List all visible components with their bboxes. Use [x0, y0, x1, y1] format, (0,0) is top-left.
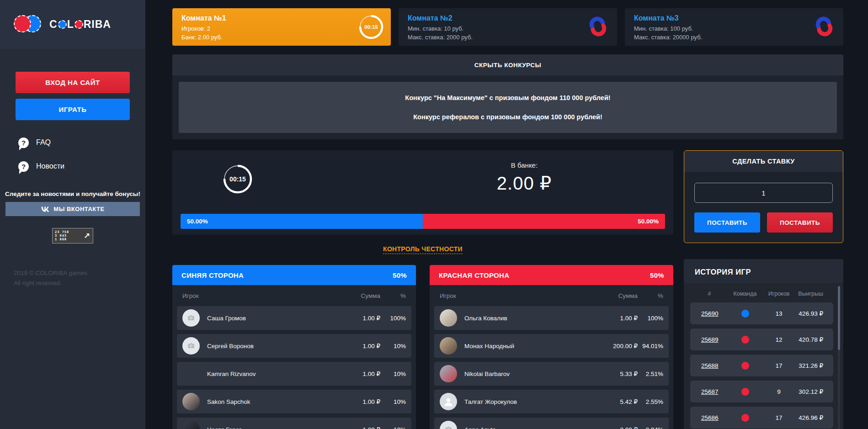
question-bubble-icon: ? — [18, 161, 29, 172]
contest-line: Конкурс "На Максимуме" с призовым фондом… — [405, 94, 610, 101]
room-card-1[interactable]: Комната №1 Игроков: 2 Банк: 2.00 руб. 00… — [172, 8, 391, 46]
room-card-2[interactable]: Комната №2 Мин. ставка: 10 руб. Макс. ст… — [399, 8, 617, 46]
player-bet-percent: 10% — [380, 343, 406, 350]
arrow-up-right-icon: ↗ — [81, 231, 93, 241]
history-win-amount: 302.12 ₽ — [796, 388, 833, 395]
history-column-header: # Команда Игроков Выигрыш — [690, 291, 833, 297]
main-content: Комната №1 Игроков: 2 Банк: 2.00 руб. 00… — [145, 0, 868, 429]
rooms-row: Комната №1 Игроков: 2 Банк: 2.00 руб. 00… — [172, 8, 843, 46]
history-win-amount: 420.78 ₽ — [796, 336, 833, 343]
history-row: 25690 13 426.93 ₽ — [690, 302, 833, 324]
history-players-count: 17 — [761, 362, 796, 369]
bank-label: В банке: — [479, 161, 570, 169]
player-name: Kamran Rizvanov — [207, 371, 341, 377]
player-name: Nikolai Barbarov — [464, 371, 598, 377]
bank-block: В банке: 2.00 ₽ — [479, 161, 570, 194]
contests-banner: Конкурс "На Максимуме" с призовым фондом… — [179, 82, 837, 133]
room-title: Комната №1 — [181, 14, 382, 22]
room-line: Макс. ставка: 2000 руб. — [408, 33, 608, 42]
players-column-header: Игрок Сумма % — [177, 285, 411, 306]
player-bet-sum: 5.33 ₽ — [598, 370, 638, 377]
player-avatar — [182, 309, 200, 327]
sidebar: C L RIBA ВХОД НА САЙТ ИГРАТЬ ? FAQ ? Нов… — [0, 0, 145, 429]
sidebar-item-news[interactable]: ? Новости — [0, 159, 145, 173]
player-bet-percent: 100% — [380, 315, 406, 322]
history-title: ИСТОРИЯ ИГР — [684, 259, 843, 283]
logo[interactable]: C L RIBA — [0, 0, 145, 49]
fairness-row: КОНТРОЛЬ ЧЕСТНОСТИ — [172, 245, 673, 253]
player-bet-sum: 5.42 ₽ — [598, 398, 638, 405]
player-avatar — [440, 365, 457, 382]
player-name: Саша Громов — [207, 315, 341, 322]
bet-amount-input[interactable] — [694, 183, 833, 203]
logo-chips-icon — [14, 15, 42, 34]
history-scrollbar[interactable] — [838, 286, 840, 429]
player-row: Настя Герег 1.00 ₽ 10% — [177, 418, 411, 429]
player-avatar — [440, 421, 457, 429]
fairness-link[interactable]: КОНТРОЛЬ ЧЕСТНОСТИ — [383, 245, 463, 254]
vk-button[interactable]: МЫ ВКОНТАКТЕ — [5, 202, 140, 216]
game-id-link[interactable]: 25689 — [701, 336, 719, 343]
hide-contests-toggle[interactable]: СКРЫТЬ КОНКУРСЫ — [172, 54, 843, 75]
player-avatar — [182, 421, 200, 429]
red-progress: 50.00% — [423, 214, 665, 229]
blue-side-percent: 50% — [393, 271, 407, 279]
history-players-count: 9 — [761, 388, 796, 395]
team-progress-bar: 50.00% 50.00% — [181, 214, 665, 229]
red-side-header: КРАСНАЯ СТОРОНА 50% — [430, 265, 673, 285]
room-card-3[interactable]: Комната №3 Мин. ставка: 100 руб. Макс. с… — [625, 8, 843, 46]
red-side-percent: 50% — [650, 271, 664, 279]
bet-blue-button[interactable]: ПОСТАВИТЬ — [694, 212, 760, 233]
room-line: Игроков: 2 — [181, 25, 382, 33]
history-scrollbar-thumb[interactable] — [838, 286, 840, 350]
game-history-panel: ИСТОРИЯ ИГР # Команда Игроков Выигрыш 25… — [684, 259, 843, 429]
player-bet-percent: 94.01% — [638, 343, 663, 350]
player-row: Сергей Воронов 1.00 ₽ 10% — [177, 334, 411, 358]
player-row: Nikolai Barbarov 5.33 ₽ 2.51% — [434, 362, 669, 386]
vk-icon — [41, 206, 50, 212]
room-line: Мин. ставка: 10 руб. — [408, 25, 608, 33]
coloriba-swirl-icon — [813, 16, 835, 39]
room-title: Комната №2 — [408, 14, 608, 22]
logo-letter: L — [67, 18, 74, 31]
player-bet-percent: 10% — [380, 426, 406, 429]
player-name: Сергей Воронов — [207, 343, 341, 350]
sidebar-item-faq[interactable]: ? FAQ — [0, 136, 145, 149]
player-row: Саша Громов 1.00 ₽ 100% — [177, 306, 411, 330]
menu-label: Новости — [36, 162, 64, 170]
menu-label: FAQ — [36, 138, 51, 147]
play-button[interactable]: ИГРАТЬ — [16, 99, 130, 120]
blue-progress: 50.00% — [181, 214, 423, 229]
player-avatar — [182, 337, 200, 355]
history-win-amount: 321.26 ₽ — [796, 362, 833, 369]
question-bubble-icon: ? — [18, 138, 29, 148]
player-bet-percent: 2.55% — [638, 398, 663, 405]
player-avatar — [440, 309, 457, 327]
game-id-link[interactable]: 25688 — [701, 362, 719, 369]
bet-red-button[interactable]: ПОСТАВИТЬ — [767, 212, 833, 233]
coloriba-swirl-icon — [587, 16, 609, 39]
visitor-counter[interactable]: 23 758 3 943 1 860 ↗ — [52, 228, 93, 244]
player-bet-percent: 100% — [638, 315, 663, 322]
player-row: Anna Anyta 2.00 ₽ 0.94% — [434, 418, 669, 429]
player-name: Ольга Ковалив — [464, 315, 598, 322]
game-id-link[interactable]: 25686 — [701, 414, 719, 421]
player-bet-sum: 200.00 ₽ — [598, 342, 638, 350]
logo-wordmark: C L RIBA — [49, 18, 111, 31]
player-bet-sum: 1.00 ₽ — [341, 342, 380, 350]
room-timer-icon: 00:15 — [359, 15, 383, 41]
contests-section: СКРЫТЬ КОНКУРСЫ Конкурс "На Максимуме" с… — [172, 54, 843, 139]
login-button[interactable]: ВХОД НА САЙТ — [16, 72, 130, 93]
player-avatar — [440, 337, 457, 355]
history-row: 25688 17 321.26 ₽ — [690, 355, 833, 376]
team-color-dot — [741, 336, 749, 344]
team-color-dot — [741, 414, 749, 422]
player-bet-sum: 2.00 ₽ — [598, 426, 638, 429]
round-timer-icon: 00:15 — [223, 164, 253, 196]
blue-side-title: СИНЯЯ СТОРОНА — [181, 271, 244, 279]
game-id-link[interactable]: 25690 — [701, 310, 719, 317]
player-bet-percent: 0.94% — [638, 426, 663, 429]
player-bet-sum: 1.00 ₽ — [341, 426, 380, 429]
contest-line: Конкурс рефералов с призовым фондом 100 … — [413, 113, 602, 121]
game-id-link[interactable]: 25687 — [701, 388, 719, 395]
